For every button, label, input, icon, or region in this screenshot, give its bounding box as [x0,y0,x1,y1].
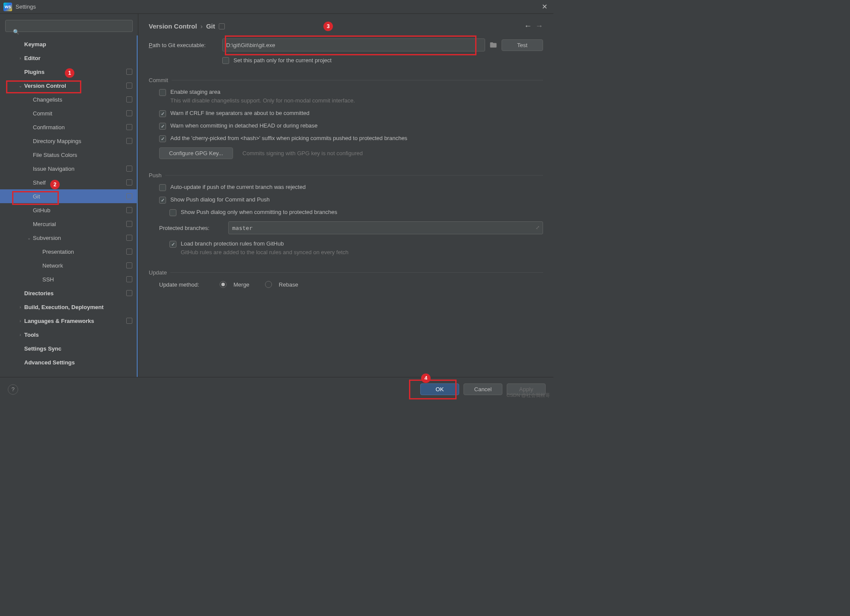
sidebar-item-label: Plugins [24,69,126,75]
update-method-label: Update method: [159,281,215,288]
sidebar-item-label: Languages & Frameworks [24,318,126,324]
sidebar-item-commit[interactable]: Commit [0,106,137,120]
sidebar-item-network[interactable]: Network [0,259,137,272]
cancel-button[interactable]: Cancel [463,383,502,395]
sidebar-item-tools[interactable]: ›Tools [0,328,137,342]
sidebar-item-issue-navigation[interactable]: Issue Navigation [0,162,137,176]
scope-icon [126,83,132,89]
sidebar-item-ssh[interactable]: SSH [0,272,137,286]
sidebar-item-editor[interactable]: ›Editor [0,51,137,65]
only-current-label: Set this path only for the current proje… [233,57,332,64]
show-push-label: Show Push dialog for Commit and Push [170,196,270,203]
watermark: CSDN @社会我根哥 [507,392,550,399]
scope-icon [126,235,132,241]
chevron-right-icon: › [16,305,24,310]
enable-staging-checkbox[interactable] [159,89,166,96]
main-panel: Version Control › Git ← → Path to Git ex… [138,14,553,377]
load-rules-label: Load branch protection rules from GitHub [181,240,348,247]
auto-update-label: Auto-update if push of the current branc… [170,184,306,190]
sidebar-item-label: Shelf [33,179,126,186]
sidebar-item-confirmation[interactable]: Confirmation [0,120,137,134]
protected-branches-input[interactable] [228,221,543,234]
chevron-right-icon: › [16,319,24,323]
sidebar-item-advanced-settings[interactable]: Advanced Settings [0,355,137,369]
rebase-radio[interactable] [265,281,272,288]
sidebar-item-label: Settings Sync [24,345,132,352]
warn-detached-checkbox[interactable] [159,123,166,130]
scope-icon [126,207,132,213]
sidebar-item-changelists[interactable]: Changelists [0,93,137,106]
sidebar-item-label: Subversion [33,235,126,241]
merge-label: Merge [233,281,249,288]
sidebar-item-settings-sync[interactable]: Settings Sync [0,342,137,355]
sidebar-item-mercurial[interactable]: Mercurial [0,217,137,231]
chevron-down-icon: ⌄ [16,83,24,88]
sidebar-item-version-control[interactable]: ⌄Version Control [0,79,137,93]
breadcrumb: Version Control › Git ← → [149,22,543,31]
sidebar-item-label: Tools [24,332,132,338]
sidebar-item-git[interactable]: Git [0,189,137,203]
search-input[interactable] [5,20,133,32]
section-push-title: Push [149,172,162,179]
git-path-input[interactable] [222,38,485,51]
expand-icon[interactable]: ⤢ [536,225,540,230]
scope-icon [126,69,132,75]
sidebar-item-subversion[interactable]: ⌄Subversion [0,231,137,245]
sidebar-item-label: Presentation [42,249,126,255]
close-icon[interactable]: ✕ [539,3,550,11]
app-icon: WS [3,3,12,11]
warn-crlf-checkbox[interactable] [159,110,166,117]
scope-icon [126,221,132,227]
window-title: Settings [16,3,36,10]
sidebar-item-label: Changelists [33,96,126,103]
sidebar-item-languages-frameworks[interactable]: ›Languages & Frameworks [0,314,137,328]
sidebar-item-shelf[interactable]: Shelf [0,176,137,189]
section-commit-title: Commit [149,77,168,83]
auto-update-checkbox[interactable] [159,184,166,191]
enable-staging-hint: This will disable changelists support. O… [170,97,355,105]
sidebar-item-presentation[interactable]: Presentation [0,245,137,259]
load-rules-checkbox[interactable] [169,241,176,248]
help-icon[interactable]: ? [8,384,18,395]
scope-icon [126,96,132,102]
sidebar-item-label: GitHub [33,207,126,214]
git-path-label: Path to Git executable: [149,42,218,48]
sidebar-item-directories[interactable]: Directories [0,286,137,300]
sidebar-item-label: Keymap [24,41,132,48]
protected-branches-label: Protected branches: [159,225,224,231]
cherry-checkbox[interactable] [159,135,166,142]
ok-button[interactable]: OK [420,383,459,395]
sidebar-item-label: Advanced Settings [24,359,132,366]
rebase-label: Rebase [279,281,298,288]
test-button[interactable]: Test [502,39,543,51]
scope-icon [126,179,132,185]
sidebar-item-label: Network [42,262,126,269]
sidebar-item-file-status-colors[interactable]: File Status Colors [0,148,137,162]
configure-gpg-button[interactable]: Configure GPG Key... [159,147,233,159]
sidebar-item-label: Confirmation [33,124,126,131]
scope-icon [126,276,132,282]
sidebar-item-plugins[interactable]: Plugins [0,65,137,79]
enable-staging-label: Enable staging area [170,89,355,95]
sidebar-item-build-execution-deployment[interactable]: ›Build, Execution, Deployment [0,300,137,314]
sidebar: 🔍 Keymap›EditorPlugins⌄Version ControlCh… [0,14,138,377]
sidebar-item-label: Git [33,193,126,200]
nav-back-icon[interactable]: ← [524,22,532,31]
show-push-protected-checkbox[interactable] [169,209,176,216]
warn-crlf-label: Warn if CRLF line separators are about t… [170,110,310,116]
merge-radio[interactable] [220,281,227,288]
show-push-checkbox[interactable] [159,197,166,204]
sidebar-item-label: Commit [33,110,126,117]
chevron-right-icon: › [201,22,203,30]
sidebar-item-github[interactable]: GitHub [0,203,137,217]
only-current-checkbox[interactable] [222,57,229,64]
crumb-version-control[interactable]: Version Control [149,22,197,30]
sidebar-item-directory-mappings[interactable]: Directory Mappings [0,134,137,148]
scope-icon [126,262,132,268]
load-rules-hint: GitHub rules are added to the local rule… [181,249,348,256]
folder-icon[interactable] [489,41,497,49]
section-update-title: Update [149,269,167,276]
sidebar-item-keymap[interactable]: Keymap [0,37,137,51]
search-icon: 🔍 [13,29,19,35]
scope-icon [126,110,132,116]
